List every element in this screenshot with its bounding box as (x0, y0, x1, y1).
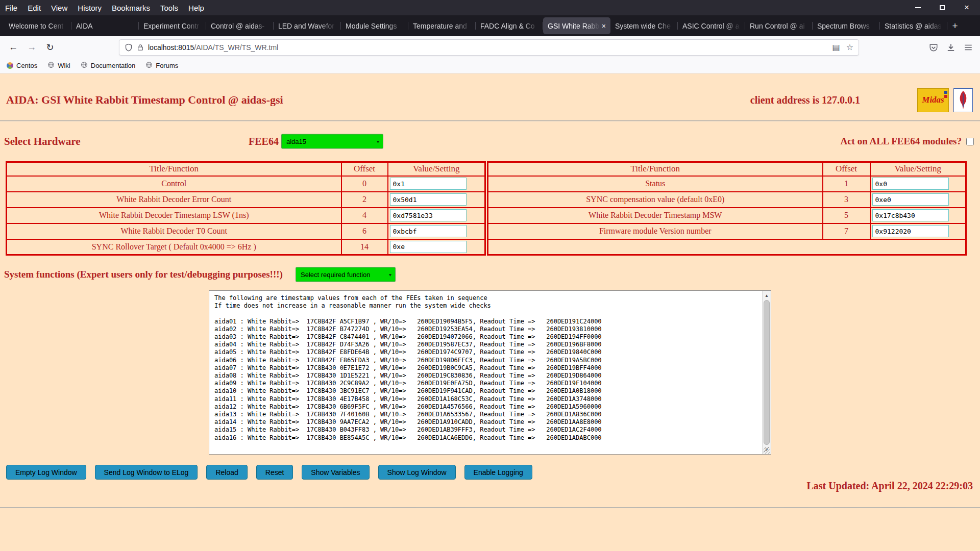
client-address: client address is 127.0.0.1 (750, 94, 860, 106)
select-hardware-label: Select Hardware (4, 135, 80, 148)
menu-help[interactable]: Help (183, 2, 209, 14)
reset-button[interactable]: Reset (256, 465, 293, 480)
tab-led-and-waveform[interactable]: LED and Wavefor (274, 17, 341, 34)
tracking-protection-shield-icon[interactable] (125, 43, 133, 52)
tcl-powered-logo[interactable] (953, 88, 973, 112)
address-text[interactable]: localhost:8015/AIDA/TS_WR/TS_WR.tml (148, 43, 826, 52)
minimize-button[interactable] (914, 4, 922, 12)
menu-history[interactable]: History (72, 2, 107, 14)
sync-rollover-target-input[interactable] (390, 241, 467, 253)
globe-icon (47, 61, 55, 70)
system-functions-row: System functions (Expert users only for … (0, 263, 980, 286)
tab-control-aidas[interactable]: Control @ aidas- (206, 17, 274, 34)
tcl-feather-icon (957, 90, 969, 110)
bookmark-star-icon[interactable]: ☆ (846, 42, 853, 52)
app-menu-icon[interactable] (964, 43, 973, 52)
log-window[interactable]: The following are timestamp values from … (209, 290, 771, 455)
column-header: Offset (823, 162, 870, 176)
status-register-input[interactable] (872, 178, 949, 190)
table-row: White Rabbit Decoder Timestamp LSW (1ns)… (7, 208, 485, 223)
wr-timestamp-lsw-input[interactable] (390, 209, 467, 221)
downloads-icon[interactable] (946, 43, 955, 52)
tab-gsi-white-rabbit[interactable]: GSI White Rabb × (543, 17, 610, 34)
tab-fadc-align[interactable]: FADC Align & Co (476, 17, 543, 34)
system-function-select[interactable]: Select required function ▾ (296, 267, 396, 282)
close-button[interactable]: × (963, 4, 971, 12)
page-content: AIDA: GSI White Rabbit Timestamp Control… (0, 73, 980, 551)
column-header: Offset (341, 162, 388, 176)
fee64-label: FEE64 (249, 136, 279, 147)
empty-log-window-button[interactable]: Empty Log Window (6, 465, 86, 480)
tab-aida[interactable]: AIDA (71, 17, 139, 34)
table-row: SYNC compensation value (default 0xE0) 3 (488, 192, 966, 208)
act-on-all-checkbox[interactable] (966, 138, 974, 145)
maximize-button[interactable] (938, 4, 946, 12)
tab-module-settings[interactable]: Module Settings (341, 17, 408, 34)
system-functions-label: System functions (Expert users only for … (4, 269, 283, 280)
chevron-down-icon: ▾ (371, 139, 379, 144)
url-bar[interactable]: localhost:8015/AIDA/TS_WR/TS_WR.tml ▤ ☆ (119, 39, 859, 56)
maximize-icon (940, 5, 945, 10)
logos: Midas (917, 88, 973, 112)
sync-compensation-input[interactable] (872, 193, 949, 206)
wr-t0-count-input[interactable] (390, 225, 467, 237)
menu-file[interactable]: File (0, 2, 22, 14)
page-title: AIDA: GSI White Rabbit Timestamp Control… (6, 93, 750, 107)
empty-cell (488, 239, 966, 255)
register-table-left: Title/Function Offset Value/Setting Cont… (6, 161, 486, 256)
fee64-select[interactable]: aida15 ▾ (281, 134, 383, 149)
reader-mode-icon[interactable]: ▤ (832, 42, 840, 52)
tab-temperature[interactable]: Temperature and (408, 17, 476, 34)
control-register-input[interactable] (390, 178, 467, 190)
log-scrollbar[interactable]: ▲ ▼ (762, 291, 771, 454)
send-log-to-elog-button[interactable]: Send Log Window to ELog (95, 465, 198, 480)
tab-close-icon[interactable]: × (602, 22, 606, 30)
tab-asic-control[interactable]: ASIC Control @ a (678, 17, 745, 34)
tab-system-wide-checks[interactable]: System wide Che (610, 17, 678, 34)
menu-bar: File Edit View History Bookmarks Tools H… (0, 0, 980, 15)
reload-page-button[interactable]: Reload (206, 465, 247, 480)
bookmark-wiki[interactable]: Wiki (47, 61, 70, 70)
forward-button[interactable]: → (23, 39, 40, 56)
menu-view[interactable]: View (46, 2, 72, 14)
save-to-pocket-icon[interactable] (929, 43, 938, 52)
site-security-lock-icon[interactable] (137, 44, 144, 51)
bookmark-forums[interactable]: Forums (145, 61, 178, 70)
resize-grip-icon[interactable] (764, 447, 770, 454)
midas-logo[interactable]: Midas (917, 88, 949, 112)
page-header: AIDA: GSI White Rabbit Timestamp Control… (0, 73, 980, 120)
menu-tools[interactable]: Tools (155, 2, 183, 14)
firmware-version-input[interactable] (872, 225, 949, 237)
last-updated-text: Last Updated: April 22, 2024 22:29:03 (806, 480, 973, 492)
menu-bookmarks[interactable]: Bookmarks (107, 2, 155, 14)
tab-spectrum-browser[interactable]: Spectrum Brows (813, 17, 880, 34)
midas-logo-accent (944, 91, 947, 98)
back-button[interactable]: ← (5, 39, 21, 56)
reload-button[interactable]: ↻ (42, 39, 58, 56)
tab-welcome-to-centos[interactable]: Welcome to Cent (4, 17, 71, 34)
wr-decoder-error-count-input[interactable] (390, 193, 467, 206)
tab-experiment-control[interactable]: Experiment Contr (139, 17, 206, 34)
tab-run-control[interactable]: Run Control @ ai (745, 17, 813, 34)
scroll-up-icon[interactable]: ▲ (763, 291, 771, 299)
column-header: Value/Setting (870, 162, 966, 176)
show-log-window-button[interactable]: Show Log Window (378, 465, 456, 480)
wr-timestamp-msw-input[interactable] (872, 209, 949, 221)
register-table-right: Title/Function Offset Value/Setting Stat… (487, 161, 967, 256)
scrollbar-thumb[interactable] (764, 300, 770, 445)
bookmark-centos[interactable]: Centos (7, 62, 37, 69)
new-tab-button[interactable]: + (947, 18, 963, 34)
column-header: Title/Function (7, 162, 341, 176)
chevron-down-icon: ▾ (383, 272, 391, 278)
bookmarks-toolbar: Centos Wiki Documentation Forums (0, 58, 980, 73)
enable-logging-button[interactable]: Enable Logging (464, 465, 532, 480)
tab-statistics[interactable]: Statistics @ aidas (880, 17, 947, 34)
table-row: SYNC Rollover Target ( Default 0x4000 =>… (7, 239, 485, 255)
window-controls: × (914, 4, 980, 12)
bookmark-documentation[interactable]: Documentation (81, 61, 135, 70)
show-variables-button[interactable]: Show Variables (302, 465, 369, 480)
toolbar-right-icons (929, 43, 975, 52)
fee64-group: FEE64 aida15 ▾ (249, 134, 383, 149)
centos-icon (5, 61, 14, 70)
menu-edit[interactable]: Edit (22, 2, 46, 14)
